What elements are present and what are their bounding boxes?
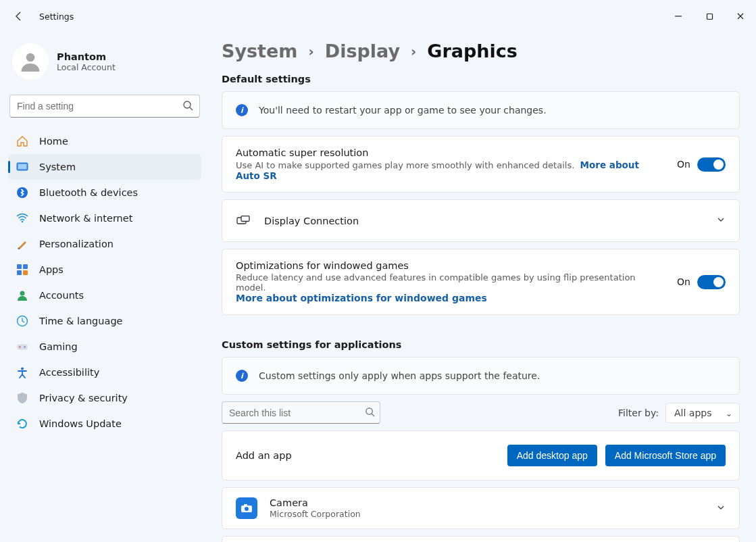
nav-item-time[interactable]: Time & language: [8, 308, 201, 334]
expander-display-connection[interactable]: Display Connection: [222, 199, 740, 242]
title-bar: Settings: [0, 0, 756, 32]
home-icon: [16, 135, 28, 147]
add-store-app-button[interactable]: Add Microsoft Store app: [605, 445, 726, 466]
accessibility-icon: [16, 366, 28, 378]
svg-rect-13: [17, 344, 28, 349]
filter-label: Filter by:: [618, 408, 659, 418]
svg-rect-0: [707, 14, 712, 19]
svg-rect-9: [17, 270, 22, 275]
info-icon: i: [236, 370, 248, 382]
nav-item-accessibility[interactable]: Accessibility: [8, 360, 201, 385]
nav-label: System: [39, 162, 76, 172]
nav-item-system[interactable]: System: [8, 154, 201, 180]
user-name: Phantom: [57, 51, 116, 62]
nav-label: Privacy & security: [39, 393, 128, 403]
svg-rect-10: [23, 270, 28, 275]
svg-rect-4: [18, 164, 27, 170]
window-maximize-button[interactable]: [694, 0, 725, 32]
app-list-tools: Filter by: All apps ⌄: [222, 401, 740, 424]
svg-rect-22: [244, 504, 247, 506]
svg-point-19: [366, 408, 372, 414]
nav-item-update[interactable]: Windows Update: [8, 411, 201, 437]
svg-point-14: [19, 346, 20, 347]
section-default-settings-title: Default settings: [222, 74, 740, 84]
app-title: Settings: [39, 11, 74, 22]
back-button[interactable]: [12, 9, 26, 23]
info-restart-banner: i You'll need to restart your app or gam…: [222, 91, 740, 129]
bluetooth-icon: [16, 187, 28, 199]
expander-display-connection-title: Display Connection: [264, 216, 703, 226]
filter-select[interactable]: All apps ⌄: [665, 403, 740, 423]
nav-item-accounts[interactable]: Accounts: [8, 282, 201, 308]
avatar: [12, 43, 49, 80]
nav-item-bluetooth[interactable]: Bluetooth & devices: [8, 180, 201, 205]
nav-item-personalization[interactable]: Personalization: [8, 231, 201, 257]
nav-item-home[interactable]: Home: [8, 128, 201, 154]
svg-rect-18: [241, 216, 249, 221]
nav-label: Accessibility: [39, 367, 99, 378]
info-restart-text: You'll need to restart your app or game …: [259, 105, 547, 116]
app-icon-camera: [236, 497, 257, 519]
setting-opt-windowed: Optimizations for windowed games Reduce …: [222, 249, 740, 315]
add-app-row: Add an app Add desktop app Add Microsoft…: [222, 430, 740, 481]
nav-label: Accounts: [39, 290, 84, 301]
toggle-auto-sr-state: On: [677, 159, 690, 170]
main-content: System › Display › Graphics Default sett…: [209, 32, 756, 542]
user-subtitle: Local Account: [57, 62, 116, 72]
add-app-title: Add an app: [236, 450, 499, 461]
sidebar-search-input[interactable]: [9, 95, 200, 118]
privacy-icon: [16, 392, 28, 404]
svg-point-11: [20, 291, 25, 296]
nav-item-apps[interactable]: Apps: [8, 257, 201, 282]
nav-label: Bluetooth & devices: [39, 187, 138, 198]
system-icon: [16, 161, 28, 173]
setting-opt-windowed-title: Optimizations for windowed games: [236, 260, 666, 271]
user-block[interactable]: Phantom Local Account: [8, 38, 201, 92]
chevron-down-icon: [716, 215, 726, 226]
chevron-right-icon: ›: [308, 43, 313, 59]
app-name: Camera: [270, 497, 704, 508]
nav-label: Apps: [39, 264, 64, 275]
nav-label: Network & internet: [39, 213, 132, 224]
crumb-display[interactable]: Display: [325, 41, 400, 61]
window-minimize-button[interactable]: [663, 0, 694, 32]
add-desktop-app-button[interactable]: Add desktop app: [507, 445, 597, 466]
toggle-opt-windowed[interactable]: [697, 275, 726, 289]
nav-list: Home System Bluetooth & devices Network …: [8, 128, 201, 437]
toggle-auto-sr[interactable]: [697, 157, 726, 172]
search-icon: [365, 407, 375, 419]
personalization-icon: [16, 238, 28, 250]
svg-point-21: [245, 507, 249, 511]
sidebar: Phantom Local Account Home System Blueto…: [0, 32, 209, 542]
time-icon: [16, 315, 28, 327]
network-icon: [16, 212, 28, 224]
app-row-microsoft-store[interactable]: Microsoft Store Microsoft Corporation: [222, 536, 740, 542]
crumb-system[interactable]: System: [222, 41, 297, 61]
nav-item-network[interactable]: Network & internet: [8, 205, 201, 231]
breadcrumbs: System › Display › Graphics: [222, 41, 740, 61]
toggle-opt-windowed-state: On: [677, 276, 690, 287]
chevron-down-icon: [716, 503, 726, 514]
setting-auto-sr-title: Automatic super resolution: [236, 147, 666, 158]
info-custom-text: Custom settings only apply when apps sup…: [259, 370, 540, 381]
window-close-button[interactable]: [725, 0, 756, 32]
filter-select-value: All apps: [674, 408, 711, 418]
sidebar-search[interactable]: [9, 95, 200, 118]
svg-point-16: [21, 368, 24, 370]
app-list-search-input[interactable]: [222, 401, 380, 424]
link-opt-windowed-more[interactable]: More about optimizations for windowed ga…: [236, 293, 487, 303]
nav-label: Personalization: [39, 239, 114, 249]
setting-auto-sr: Automatic super resolution Use AI to mak…: [222, 136, 740, 193]
svg-rect-8: [23, 264, 28, 269]
apps-icon: [16, 264, 28, 276]
app-list-search[interactable]: [222, 401, 380, 424]
search-icon: [182, 100, 193, 113]
nav-item-privacy[interactable]: Privacy & security: [8, 385, 201, 411]
chevron-right-icon: ›: [411, 43, 416, 59]
nav-item-gaming[interactable]: Gaming: [8, 334, 201, 360]
nav-label: Time & language: [39, 316, 123, 326]
svg-point-15: [24, 346, 26, 347]
info-custom-banner: i Custom settings only apply when apps s…: [222, 357, 740, 395]
app-row-camera[interactable]: Camera Microsoft Corporation: [222, 487, 740, 529]
svg-point-6: [22, 221, 24, 223]
